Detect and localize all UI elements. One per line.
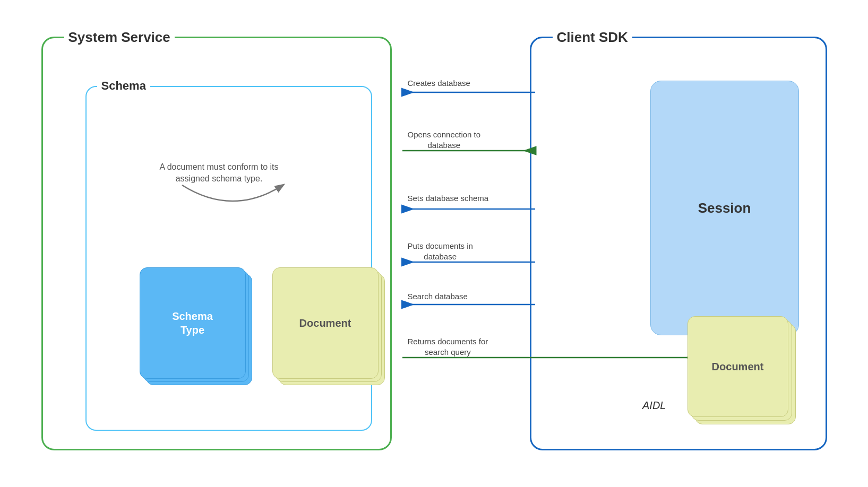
schema-box: Schema A document must conform to its as… (85, 86, 372, 431)
doc-schema-card-front: Document (272, 267, 379, 379)
document-stack-sdk: Document (687, 316, 788, 417)
arrow-label-sets-schema: Sets database schema (408, 193, 489, 204)
system-service-box: System Service Schema A document must co… (41, 37, 392, 450)
doc-sdk-label: Document (712, 361, 764, 373)
system-service-label: System Service (64, 29, 175, 46)
doc-schema-label: Document (299, 317, 351, 329)
diagram-container: System Service Schema A document must co… (25, 21, 843, 466)
session-label: Session (698, 200, 751, 216)
arrow-label-puts-docs: Puts documents indatabase (408, 241, 473, 262)
session-card: Session (650, 81, 799, 335)
arrow-label-search-db: Search database (408, 291, 468, 302)
aidl-label: AIDL (642, 399, 666, 412)
doc-sdk-card-front: Document (687, 316, 788, 417)
document-stack-schema: Document (272, 267, 379, 379)
arrow-label-creates-db: Creates database (408, 78, 470, 89)
arrow-label-opens-connection: Opens connection todatabase (408, 129, 481, 150)
schema-type-stack: SchemaType (140, 267, 246, 379)
schema-type-label: SchemaType (172, 309, 213, 337)
schema-label: Schema (97, 79, 150, 93)
schema-curved-arrow (140, 180, 325, 233)
schema-type-card-front: SchemaType (140, 267, 246, 379)
arrow-label-returns-docs: Returns documents forsearch query (408, 336, 488, 357)
client-sdk-box: Client SDK Session Document AIDL (530, 37, 827, 450)
client-sdk-label: Client SDK (553, 29, 632, 46)
